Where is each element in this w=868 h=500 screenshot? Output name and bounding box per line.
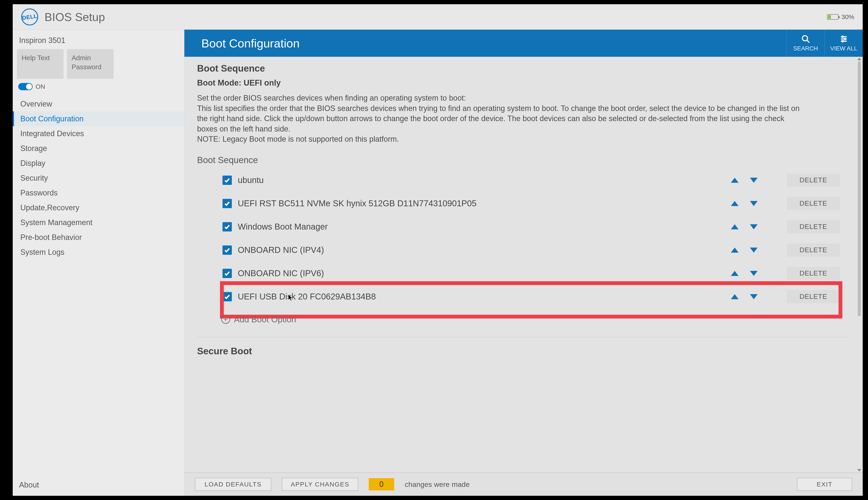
boot-checkbox[interactable]: [223, 175, 232, 185]
search-button[interactable]: SEARCH: [787, 30, 825, 57]
boot-mode-label: Boot Mode: UEFI only: [197, 78, 848, 88]
scrollbar[interactable]: [857, 59, 861, 470]
titlebar: Boot Configuration SEARCH VIEW ALL: [185, 30, 863, 57]
search-icon: [801, 35, 810, 43]
move-up-button[interactable]: [731, 224, 738, 229]
move-down-button[interactable]: [750, 224, 758, 229]
plus-circle-icon: +: [221, 315, 230, 324]
svg-point-3: [842, 36, 843, 37]
scroll-thumb[interactable]: [858, 61, 861, 316]
change-count-badge: 0: [369, 478, 394, 490]
nav-item-display[interactable]: Display: [13, 156, 184, 171]
boot-checkbox[interactable]: [223, 222, 232, 231]
scroll-down-icon[interactable]: [857, 469, 861, 471]
content-scroll[interactable]: Boot Sequence Boot Mode: UEFI only Set t…: [185, 57, 857, 473]
bios-screen: DELL BIOS Setup 30% Inspiron 3501 Help T…: [13, 4, 863, 496]
secure-boot-heading: Secure Boot: [197, 346, 848, 356]
svg-line-1: [807, 40, 809, 43]
help-text-button[interactable]: Help Text: [17, 49, 64, 79]
svg-point-5: [844, 38, 846, 40]
nav-item-system-management[interactable]: System Management: [13, 215, 184, 230]
bios-title: BIOS Setup: [45, 10, 105, 23]
boot-label: Windows Boot Manager: [238, 222, 725, 231]
boot-row[interactable]: Windows Boot ManagerDELETE: [223, 220, 840, 234]
search-label: SEARCH: [793, 45, 818, 52]
boot-checkbox[interactable]: [223, 246, 232, 255]
add-boot-option-button[interactable]: + Add Boot Option: [197, 315, 848, 324]
nav-item-security[interactable]: Security: [13, 171, 184, 185]
boot-row[interactable]: ONBOARD NIC (IPV4)DELETE: [223, 243, 840, 257]
boot-checkbox[interactable]: [223, 199, 232, 208]
exit-button[interactable]: EXIT: [797, 478, 852, 491]
nav-item-integrated-devices[interactable]: Integrated Devices: [13, 126, 184, 141]
boot-row[interactable]: UEFI RST BC511 NVMe SK hynix 512GB D11N7…: [223, 197, 840, 210]
main-panel: Boot Configuration SEARCH VIEW ALL Boot …: [185, 30, 863, 496]
delete-button[interactable]: DELETE: [787, 267, 840, 280]
section-heading: Boot Sequence: [197, 63, 848, 74]
battery-percent: 30%: [842, 13, 854, 21]
boot-list: ubuntuDELETEUEFI RST BC511 NVMe SK hynix…: [197, 174, 848, 303]
boot-label: ONBOARD NIC (IPV6): [238, 269, 725, 278]
page-title: Boot Configuration: [185, 36, 787, 50]
footer: LOAD DEFAULTS APPLY CHANGES 0 changes we…: [185, 473, 863, 496]
nav-item-pre-boot-behavior[interactable]: Pre-boot Behavior: [13, 230, 184, 245]
boot-row[interactable]: ubuntuDELETE: [223, 174, 840, 187]
about-link[interactable]: About: [13, 474, 184, 496]
nav-item-passwords[interactable]: Passwords: [13, 185, 184, 200]
dell-logo-icon: DELL: [20, 7, 39, 26]
add-boot-option-label: Add Boot Option: [234, 315, 296, 324]
delete-button[interactable]: DELETE: [787, 243, 840, 257]
cursor-icon: [288, 294, 293, 304]
move-up-button[interactable]: [731, 201, 738, 206]
nav-item-system-logs[interactable]: System Logs: [13, 245, 184, 260]
delete-button[interactable]: DELETE: [787, 197, 840, 210]
boot-checkbox[interactable]: [223, 269, 232, 278]
nav-list: OverviewBoot ConfigurationIntegrated Dev…: [13, 96, 184, 474]
boot-label: UEFI USB Disk 20 FC0629AB134B8: [238, 292, 725, 302]
move-up-button[interactable]: [731, 178, 738, 183]
boot-label: UEFI RST BC511 NVMe SK hynix 512GB D11N7…: [238, 198, 725, 208]
move-down-button[interactable]: [750, 178, 758, 183]
model-label: Inspiron 3501: [13, 30, 184, 49]
nav-item-update-recovery[interactable]: Update,Recovery: [13, 200, 184, 215]
boot-label: ubuntu: [238, 175, 725, 185]
nav-item-boot-configuration[interactable]: Boot Configuration: [13, 111, 184, 126]
scroll-up-icon[interactable]: [857, 58, 861, 60]
help-text-toggle[interactable]: [18, 83, 33, 90]
boot-checkbox[interactable]: [223, 292, 232, 302]
move-up-button[interactable]: [731, 248, 738, 253]
top-bar: DELL BIOS Setup 30%: [13, 4, 863, 30]
sidebar: Inspiron 3501 Help Text Admin Password O…: [13, 30, 185, 496]
battery-icon: [827, 14, 838, 20]
admin-password-button[interactable]: Admin Password: [67, 49, 114, 79]
boot-sequence-description: Set the order BIOS searches devices when…: [197, 93, 805, 145]
boot-row[interactable]: UEFI USB Disk 20 FC0629AB134B8DELETE: [223, 284, 840, 316]
boot-label: ONBOARD NIC (IPV4): [238, 245, 725, 255]
apply-changes-button[interactable]: APPLY CHANGES: [282, 478, 358, 491]
delete-button[interactable]: DELETE: [787, 174, 840, 187]
load-defaults-button[interactable]: LOAD DEFAULTS: [195, 478, 271, 491]
move-down-button[interactable]: [750, 201, 758, 206]
sliders-icon: [839, 35, 848, 43]
boot-row[interactable]: ONBOARD NIC (IPV6)DELETE: [223, 267, 840, 280]
toggle-label: ON: [36, 83, 45, 90]
change-text: changes were made: [405, 480, 470, 489]
move-down-button[interactable]: [750, 271, 758, 276]
svg-point-0: [802, 36, 808, 41]
nav-item-storage[interactable]: Storage: [13, 141, 184, 156]
move-down-button[interactable]: [750, 248, 758, 253]
battery-status: 30%: [827, 13, 854, 21]
view-all-button[interactable]: VIEW ALL: [825, 30, 863, 57]
svg-point-7: [842, 41, 843, 42]
delete-button[interactable]: DELETE: [787, 290, 840, 303]
move-down-button[interactable]: [750, 294, 758, 299]
divider: [197, 337, 848, 337]
nav-item-overview[interactable]: Overview: [13, 96, 184, 111]
view-all-label: VIEW ALL: [830, 45, 857, 52]
move-up-button[interactable]: [731, 294, 738, 299]
boot-sequence-subheading: Boot Sequence: [197, 155, 848, 165]
delete-button[interactable]: DELETE: [787, 220, 840, 234]
move-up-button[interactable]: [731, 271, 738, 276]
